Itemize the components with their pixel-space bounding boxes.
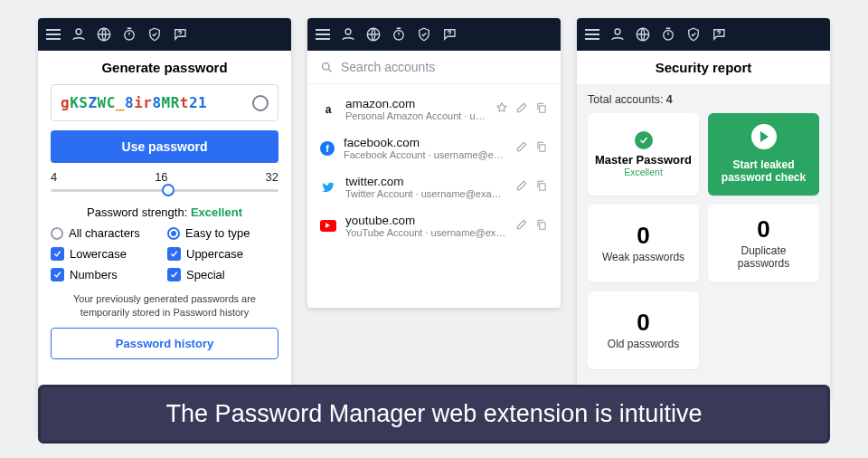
page-title: Generate password [51,60,278,75]
shield-icon[interactable] [685,26,702,43]
account-site: youtube.com [345,214,506,227]
user-icon[interactable] [71,26,87,43]
globe-icon[interactable] [96,26,112,43]
search-input[interactable]: Search accounts [307,51,561,84]
topbar [307,18,561,51]
globe-icon[interactable] [635,26,651,43]
card-master-password[interactable]: Master Password Excellent [588,113,699,196]
svg-point-3 [345,29,351,34]
site-logo-icon [320,220,336,232]
shield-icon[interactable] [416,26,432,43]
menu-icon[interactable] [584,26,600,43]
panel-security-report: Security report Total accounts: 4 Master… [577,18,830,398]
user-icon[interactable] [340,26,356,43]
opt-numbers[interactable]: Numbers [51,268,162,281]
svg-rect-10 [540,222,545,229]
user-icon[interactable] [609,26,626,43]
card-duplicate-passwords[interactable]: 0 Duplicate passwords [708,205,819,282]
account-row[interactable]: youtube.comYouTube Account · username@ex… [311,206,557,245]
account-row[interactable]: ffacebook.comFacebook Account · username… [311,129,557,167]
site-logo-icon: a [320,101,336,118]
account-row[interactable]: aamazon.comPersonal Amazon Account · us… [311,90,557,129]
panel-accounts: Search accounts aamazon.comPersonal Amaz… [307,18,561,308]
globe-icon[interactable] [365,26,382,43]
play-icon [751,124,777,149]
copy-icon[interactable] [535,140,548,157]
help-icon[interactable] [441,26,458,43]
generated-password-box: gKSZWC_8ir8MRt21 [51,84,278,121]
timer-icon[interactable] [391,26,407,43]
total-accounts: Total accounts: 4 [588,93,819,106]
account-row[interactable]: twitter.comTwitter Account · username@ex… [311,167,557,206]
account-site: amazon.com [345,97,486,110]
opt-special[interactable]: Special [167,268,278,281]
opt-all-characters[interactable]: All characters [51,226,162,240]
timer-icon[interactable] [660,26,676,43]
help-icon[interactable] [172,26,188,43]
topbar [38,18,291,51]
svg-rect-9 [540,183,545,190]
generated-password: gKSZWC_8ir8MRt21 [61,94,207,111]
edit-icon[interactable] [515,101,528,118]
account-site: twitter.com [345,175,506,188]
svg-point-0 [76,29,81,34]
account-subtitle: YouTube Account · username@exam… [345,227,506,238]
svg-point-6 [323,62,330,70]
menu-icon[interactable] [315,26,331,43]
account-subtitle: Twitter Account · username@exampl… [345,188,506,199]
panel-generate-password: Generate password gKSZWC_8ir8MRt21 Use p… [38,18,291,434]
card-leaked-check[interactable]: Start leaked password check [708,113,819,196]
caption-banner: The Password Manager web extension is in… [38,385,830,444]
account-subtitle: Facebook Account · username@exa… [344,149,506,160]
copy-icon[interactable] [535,101,548,118]
svg-point-11 [615,29,620,34]
strength-label: Password strength: Excellent [51,205,278,219]
card-old-passwords[interactable]: 0 Old passwords [588,291,699,369]
topbar [577,18,830,51]
use-password-button[interactable]: Use password [51,130,278,163]
accounts-list: aamazon.comPersonal Amazon Account · us…… [307,84,561,251]
edit-icon[interactable] [515,140,528,157]
check-icon [635,131,653,149]
length-slider[interactable] [51,182,278,198]
history-hint: Your previously generated passwords are … [51,292,278,320]
edit-icon[interactable] [515,218,528,234]
opt-easy-to-type[interactable]: Easy to type [167,226,278,240]
site-logo-icon [320,179,336,196]
site-logo-icon: f [320,141,335,156]
star-icon[interactable] [495,101,508,118]
opt-uppercase[interactable]: Uppercase [167,247,278,261]
edit-icon[interactable] [515,179,528,196]
shield-icon[interactable] [146,26,163,43]
account-site: facebook.com [344,136,506,149]
opt-lowercase[interactable]: Lowercase [51,247,162,261]
copy-icon[interactable] [535,218,548,234]
help-icon[interactable] [711,26,727,43]
password-history-button[interactable]: Password history [51,328,278,359]
card-weak-passwords[interactable]: 0 Weak passwords [588,205,699,282]
svg-rect-8 [540,144,545,151]
svg-rect-7 [540,105,545,112]
timer-icon[interactable] [121,26,137,43]
account-subtitle: Personal Amazon Account · us… [345,110,486,121]
refresh-icon[interactable] [252,95,269,111]
menu-icon[interactable] [45,26,61,43]
copy-icon[interactable] [535,179,548,196]
search-icon [320,61,334,74]
search-placeholder: Search accounts [341,60,435,74]
page-title: Security report [577,51,830,84]
